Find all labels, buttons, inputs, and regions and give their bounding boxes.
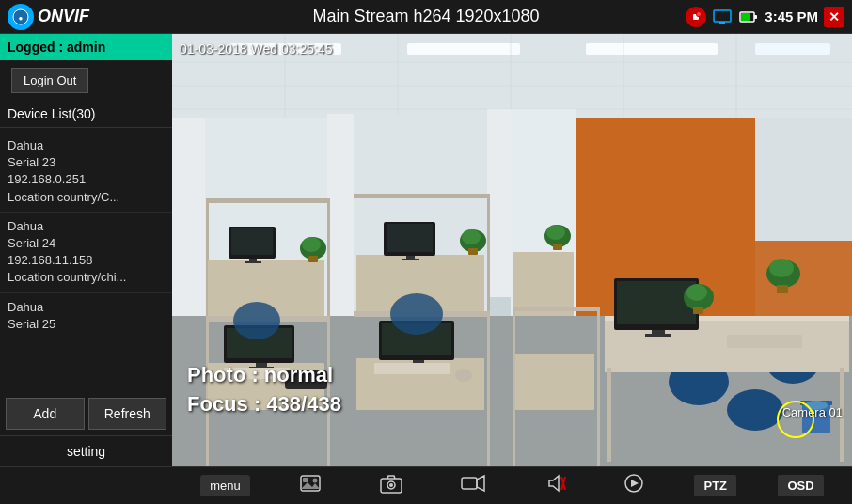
svg-rect-46 — [249, 259, 257, 261]
svg-rect-47 — [245, 261, 261, 263]
recording-icon — [686, 7, 706, 27]
add-button[interactable]: Add — [6, 398, 85, 430]
svg-rect-28 — [487, 109, 511, 297]
svg-point-114 — [389, 483, 393, 487]
svg-point-56 — [462, 229, 481, 244]
svg-rect-93 — [652, 330, 665, 334]
svg-rect-17 — [755, 43, 830, 55]
device-ip: 192.168.0.251 — [8, 171, 165, 188]
svg-rect-51 — [402, 259, 419, 260]
device-list-header: Device List(30) — [0, 101, 172, 128]
login-out-button[interactable]: Login Out — [11, 68, 88, 93]
target-circle-indicator — [777, 401, 814, 438]
brand-name: ONVIF — [38, 7, 89, 26]
battery-icon — [738, 7, 759, 27]
gallery-icon[interactable] — [292, 470, 329, 501]
svg-rect-81 — [374, 363, 450, 374]
svg-point-59 — [546, 225, 565, 240]
time-display: 3:45 PM — [765, 8, 818, 24]
svg-rect-8 — [718, 24, 727, 24]
svg-rect-94 — [645, 334, 671, 337]
mute-icon[interactable] — [536, 469, 574, 502]
device-location: Location country/C... — [8, 189, 165, 206]
sidebar-buttons: Add Refresh — [0, 392, 172, 435]
svg-point-53 — [302, 237, 321, 252]
photo-info-overlay: Photo : normal Focus : 438/438 — [187, 361, 341, 419]
svg-rect-7 — [719, 22, 725, 24]
svg-rect-60 — [553, 244, 562, 250]
svg-rect-38 — [327, 198, 330, 316]
window-title: Main Stream h264 1920x1080 — [312, 7, 539, 26]
svg-point-99 — [769, 259, 794, 277]
close-button[interactable]: ✕ — [824, 7, 844, 27]
svg-rect-90 — [727, 335, 802, 348]
camera-icon[interactable] — [371, 469, 411, 502]
menu-button[interactable]: menu — [200, 475, 250, 496]
svg-rect-92 — [617, 281, 696, 324]
svg-rect-36 — [206, 198, 328, 203]
device-serial: Serial 25 — [8, 316, 165, 333]
osd-button[interactable]: OSD — [778, 475, 823, 496]
svg-rect-68 — [597, 307, 600, 466]
device-item[interactable]: Dahua Serial 24 192.168.11.158 Location … — [0, 213, 172, 293]
toolbar-right: menu — [172, 469, 852, 502]
logged-status: Logged : admin — [0, 34, 172, 60]
svg-rect-10 — [754, 15, 757, 19]
svg-rect-115 — [462, 478, 477, 489]
svg-rect-39 — [354, 194, 487, 198]
svg-point-111 — [313, 479, 318, 483]
svg-rect-16 — [586, 43, 718, 55]
ptz-button[interactable]: PTZ — [694, 475, 736, 496]
svg-point-96 — [686, 284, 707, 301]
svg-rect-66 — [513, 307, 515, 466]
svg-rect-57 — [468, 248, 478, 255]
svg-marker-120 — [631, 480, 639, 487]
title-right-area: 3:45 PM ✕ — [686, 7, 844, 27]
device-ip: 192.168.11.158 — [8, 252, 165, 269]
svg-point-87 — [727, 389, 783, 431]
svg-rect-40 — [487, 194, 490, 316]
svg-rect-71 — [515, 354, 594, 410]
svg-rect-50 — [406, 256, 415, 259]
onvif-logo-icon: ● — [8, 4, 34, 30]
svg-rect-97 — [693, 307, 703, 314]
device-item[interactable]: Dahua Serial 23 192.168.0.251 Location c… — [0, 132, 172, 213]
svg-point-5 — [697, 12, 701, 16]
svg-rect-104 — [607, 368, 611, 462]
svg-point-107 — [390, 293, 443, 335]
device-brand: Dahua — [8, 137, 165, 154]
svg-rect-15 — [407, 43, 520, 55]
svg-rect-30 — [755, 118, 852, 241]
logo-area: ● ONVIF — [8, 4, 89, 30]
svg-rect-49 — [387, 224, 433, 252]
main-layout: Logged : admin Login Out Device List(30)… — [0, 34, 852, 466]
video-area: 01-03-2018 Wed 03:25:45 Photo : normal F… — [172, 34, 852, 466]
svg-rect-43 — [513, 252, 574, 316]
photo-status: Photo : normal Focus : 438/438 — [187, 361, 341, 419]
svg-rect-11 — [741, 13, 750, 21]
video-camera-icon[interactable] — [452, 470, 494, 501]
bottom-toolbar: menu — [0, 466, 852, 504]
device-serial: Serial 23 — [8, 154, 165, 171]
refresh-button[interactable]: Refresh — [88, 398, 167, 430]
device-location: Location country/chi... — [8, 269, 165, 286]
video-timestamp: 01-03-2018 Wed 03:25:45 — [180, 41, 332, 56]
svg-rect-27 — [327, 114, 354, 321]
svg-rect-6 — [714, 10, 731, 22]
svg-rect-67 — [513, 307, 597, 311]
svg-rect-54 — [308, 256, 318, 262]
monitor-icon[interactable] — [712, 7, 733, 27]
svg-rect-100 — [777, 285, 788, 293]
svg-rect-65 — [487, 311, 490, 466]
setting-button[interactable]: setting — [0, 435, 172, 466]
device-item[interactable]: Dahua Serial 25 — [0, 293, 172, 339]
svg-rect-45 — [231, 228, 273, 255]
svg-rect-109 — [303, 478, 308, 482]
device-brand: Dahua — [8, 299, 165, 316]
device-serial: Serial 24 — [8, 235, 165, 252]
svg-marker-116 — [477, 476, 484, 491]
svg-point-83 — [455, 369, 472, 382]
device-brand: Dahua — [8, 218, 165, 235]
device-list: Dahua Serial 23 192.168.0.251 Location c… — [0, 128, 172, 392]
play-icon[interactable] — [615, 469, 653, 502]
